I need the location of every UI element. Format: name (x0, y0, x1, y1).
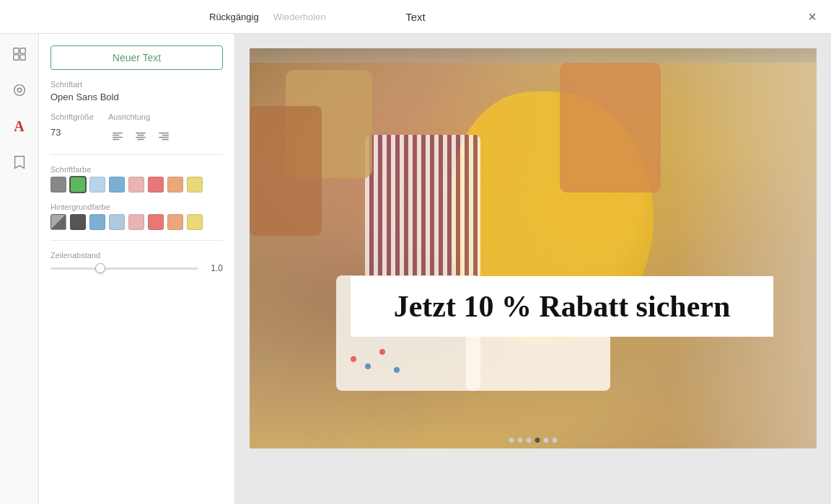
overlay-text: Jetzt 10 % Rabatt sichern (394, 289, 731, 324)
line-height-section: Zeilenabstand 1.0 (50, 251, 223, 274)
text-panel: Neuer Text Schriftart Open Sans Bold Sch… (39, 34, 235, 504)
line-height-slider[interactable] (50, 262, 198, 274)
layout-icon-btn[interactable] (8, 43, 31, 66)
text-color-lightblue[interactable] (89, 177, 105, 193)
bookmark-icon-btn[interactable] (8, 151, 31, 174)
bg-color-orange[interactable] (167, 214, 183, 230)
carousel-dot-2[interactable] (518, 438, 523, 443)
font-size-value[interactable]: 73 (50, 127, 94, 138)
new-text-button[interactable]: Neuer Text (50, 45, 223, 70)
svg-rect-3 (19, 55, 25, 60)
panel-title: Text (405, 11, 426, 23)
bg-color-red[interactable] (148, 214, 164, 230)
bg-color-lightred[interactable] (128, 214, 144, 230)
align-col: Ausrichtung (108, 112, 173, 144)
icon-bar: A (0, 34, 39, 504)
cloth-striped (365, 135, 480, 279)
right-blur (672, 48, 817, 448)
hanging-rod (250, 48, 817, 63)
line-height-value: 1.0 (206, 263, 223, 273)
text-color-label: Schriftfarbe (50, 165, 223, 174)
line-height-slider-row: 1.0 (50, 262, 223, 274)
font-size-col: Schriftgröße 73 (50, 112, 94, 138)
top-bar-actions: Rückgängig Wiederholen (209, 12, 326, 22)
carousel-dots (509, 438, 558, 443)
bg-color-lightblue[interactable] (109, 214, 125, 230)
align-left-button[interactable] (108, 128, 127, 144)
size-align-row: Schriftgröße 73 Ausrichtung (50, 112, 223, 144)
text-color-section: Schriftfarbe (50, 165, 223, 193)
slider-thumb[interactable] (95, 263, 105, 273)
slider-track (50, 268, 198, 270)
canvas-area: Jetzt 10 % Rabatt sichern (235, 34, 831, 504)
undo-button[interactable]: Rückgängig (209, 12, 259, 22)
svg-point-5 (17, 88, 22, 92)
dot-red-2 (379, 349, 385, 355)
bg-color-blue[interactable] (89, 214, 105, 230)
font-name-value[interactable]: Open Sans Bold (50, 92, 223, 102)
dot-red-1 (351, 356, 356, 362)
circle-icon-btn[interactable] (8, 79, 31, 102)
carousel-dot-4[interactable] (535, 438, 540, 443)
divider-1 (50, 154, 223, 155)
font-size-label: Schriftgröße (50, 112, 94, 121)
close-button[interactable]: × (808, 9, 817, 24)
carousel-dot-3[interactable] (527, 438, 532, 443)
font-letter: A (14, 118, 24, 135)
cloth-item-3 (560, 63, 661, 193)
text-color-red[interactable] (148, 177, 164, 193)
font-icon-btn[interactable]: A (8, 115, 31, 138)
align-right-button[interactable] (154, 128, 173, 144)
bg-color-dark[interactable] (70, 214, 86, 230)
align-center-button[interactable] (131, 128, 150, 144)
dot-blue-1 (365, 363, 371, 369)
carousel-dot-5[interactable] (544, 438, 549, 443)
align-buttons (108, 128, 173, 144)
font-section: Schriftart Open Sans Bold (50, 80, 223, 102)
svg-rect-0 (13, 48, 18, 53)
divider-2 (50, 240, 223, 241)
svg-point-4 (14, 85, 25, 96)
text-color-orange[interactable] (167, 177, 183, 193)
text-color-gray[interactable] (50, 177, 66, 193)
redo-button[interactable]: Wiederholen (273, 12, 326, 22)
text-overlay[interactable]: Jetzt 10 % Rabatt sichern (351, 276, 773, 337)
bg-color-section: Hintergrundfarbe ··· (50, 203, 223, 230)
align-label: Ausrichtung (108, 112, 173, 121)
dot-blue-2 (394, 367, 400, 373)
line-height-label: Zeilenabstand (50, 251, 223, 260)
top-bar: Text Rückgängig Wiederholen × (0, 0, 831, 34)
canvas-image[interactable]: Jetzt 10 % Rabatt sichern (250, 48, 817, 448)
text-color-blue[interactable] (109, 177, 125, 193)
text-color-swatches (50, 177, 223, 193)
text-color-lightred[interactable] (128, 177, 144, 193)
font-label: Schriftart (50, 80, 223, 89)
carousel-dot-6[interactable] (553, 438, 558, 443)
main-content: A Neuer Text Schriftart Open Sans Bold S… (0, 34, 831, 504)
bg-color-swatches: ··· (50, 214, 223, 230)
bg-color-multi[interactable]: ··· (50, 214, 66, 230)
bg-color-yellow[interactable] (187, 214, 203, 230)
svg-rect-1 (19, 48, 25, 53)
text-color-green[interactable] (70, 177, 86, 193)
bg-color-label: Hintergrundfarbe (50, 203, 223, 211)
text-color-yellow[interactable] (187, 177, 203, 193)
cloth-item-2 (250, 106, 322, 236)
svg-rect-2 (13, 55, 18, 60)
carousel-dot-1[interactable] (509, 438, 514, 443)
multi-label: ··· (56, 219, 61, 226)
